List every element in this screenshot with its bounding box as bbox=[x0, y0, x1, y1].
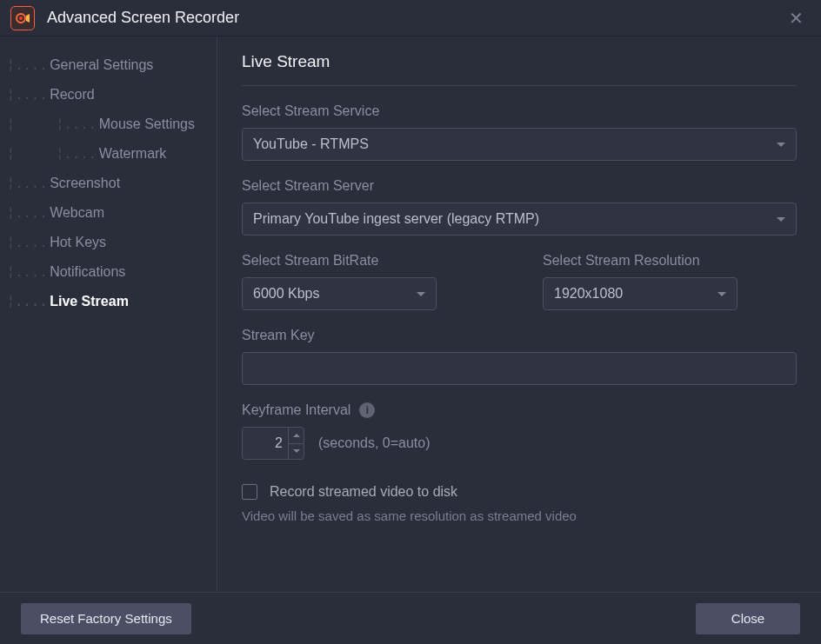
resolution-label: Select Stream Resolution bbox=[543, 253, 797, 269]
service-select[interactable]: YouTube - RTMPS bbox=[242, 128, 797, 161]
sidebar-item-mouse[interactable]: ╎ ╎.... Mouse Settings bbox=[7, 110, 213, 139]
app-icon bbox=[10, 6, 35, 30]
record-to-disk-label[interactable]: Record streamed video to disk bbox=[270, 484, 457, 500]
service-value: YouTube - RTMPS bbox=[253, 136, 369, 152]
server-select[interactable]: Primary YouTube ingest server (legacy RT… bbox=[242, 202, 797, 236]
sidebar-item-screenshot[interactable]: ╎.... Screenshot bbox=[7, 169, 213, 198]
main-panel: Live Stream Select Stream Service YouTub… bbox=[217, 37, 821, 592]
sidebar-item-livestream[interactable]: ╎.... Live Stream bbox=[7, 287, 213, 316]
chevron-down-icon bbox=[417, 292, 425, 296]
page-title: Live Stream bbox=[242, 52, 797, 86]
bitrate-value: 6000 Kbps bbox=[253, 286, 320, 302]
keyframe-label: Keyframe Interval i bbox=[242, 402, 797, 418]
svg-point-1 bbox=[19, 17, 23, 20]
info-icon[interactable]: i bbox=[359, 402, 375, 418]
sidebar-item-webcam[interactable]: ╎.... Webcam bbox=[7, 198, 213, 228]
chevron-down-icon bbox=[777, 217, 785, 222]
record-to-disk-hint: Video will be saved as same resolution a… bbox=[242, 508, 797, 523]
keyframe-input[interactable] bbox=[243, 428, 288, 459]
close-icon[interactable]: ✕ bbox=[782, 4, 811, 32]
keyframe-hint: (seconds, 0=auto) bbox=[318, 435, 431, 451]
app-title: Advanced Screen Recorder bbox=[47, 9, 782, 27]
footer: Reset Factory Settings Close bbox=[0, 592, 821, 644]
resolution-value: 1920x1080 bbox=[554, 286, 623, 302]
close-button[interactable]: Close bbox=[696, 603, 800, 634]
key-input[interactable] bbox=[253, 361, 785, 376]
sidebar-item-record[interactable]: ╎.... Record bbox=[7, 80, 213, 110]
bitrate-select[interactable]: 6000 Kbps bbox=[242, 277, 437, 310]
reset-button[interactable]: Reset Factory Settings bbox=[21, 603, 191, 634]
server-label: Select Stream Server bbox=[242, 178, 797, 194]
sidebar-item-notifications[interactable]: ╎.... Notifications bbox=[7, 257, 213, 287]
resolution-select[interactable]: 1920x1080 bbox=[543, 277, 738, 310]
sidebar-item-watermark[interactable]: ╎ ╎.... Watermark bbox=[7, 139, 213, 169]
sidebar: ╎.... General Settings ╎.... Record ╎ ╎.… bbox=[0, 37, 217, 592]
key-input-wrap bbox=[242, 352, 797, 385]
sidebar-item-general[interactable]: ╎.... General Settings bbox=[7, 50, 213, 80]
stepper-up[interactable] bbox=[289, 428, 304, 444]
bitrate-label: Select Stream BitRate bbox=[242, 253, 496, 269]
key-label: Stream Key bbox=[242, 328, 797, 343]
record-to-disk-checkbox[interactable] bbox=[242, 484, 257, 500]
sidebar-item-hotkeys[interactable]: ╎.... Hot Keys bbox=[7, 228, 213, 257]
stepper-down[interactable] bbox=[289, 444, 304, 460]
keyframe-stepper bbox=[242, 427, 304, 460]
titlebar: Advanced Screen Recorder ✕ bbox=[0, 0, 821, 37]
chevron-down-icon bbox=[718, 292, 726, 296]
server-value: Primary YouTube ingest server (legacy RT… bbox=[253, 211, 539, 227]
service-label: Select Stream Service bbox=[242, 103, 797, 119]
chevron-down-icon bbox=[777, 143, 785, 147]
